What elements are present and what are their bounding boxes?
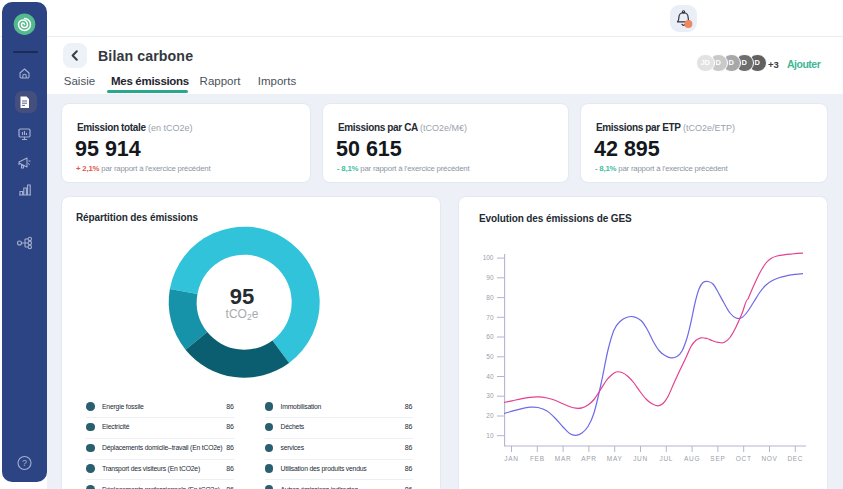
svg-text:SEP: SEP — [710, 455, 725, 462]
svg-text:JUN: JUN — [633, 455, 648, 462]
svg-text:MAY: MAY — [607, 455, 623, 462]
svg-text:FEB: FEB — [530, 455, 545, 462]
svg-text:tCO2e: tCO2e — [226, 307, 259, 322]
svg-text:70: 70 — [486, 314, 494, 321]
svg-text:80: 80 — [486, 294, 494, 301]
svg-text:?: ? — [22, 458, 27, 468]
svg-text:JUL: JUL — [659, 455, 673, 462]
svg-text:JAN: JAN — [504, 455, 518, 462]
svg-text:AUG: AUG — [684, 455, 700, 462]
svg-text:95: 95 — [230, 284, 254, 309]
svg-text:40: 40 — [486, 373, 494, 380]
svg-text:20: 20 — [486, 412, 494, 419]
svg-text:30: 30 — [486, 392, 494, 399]
svg-text:OCT: OCT — [736, 455, 752, 462]
svg-text:DEC: DEC — [787, 455, 803, 462]
svg-text:50: 50 — [486, 353, 494, 360]
svg-text:NOV: NOV — [761, 455, 777, 462]
svg-text:60: 60 — [486, 333, 494, 340]
svg-text:90: 90 — [486, 274, 494, 281]
svg-text:100: 100 — [483, 254, 494, 261]
svg-text:MAR: MAR — [555, 455, 572, 462]
svg-text:10: 10 — [486, 432, 494, 439]
svg-text:APR: APR — [581, 455, 596, 462]
